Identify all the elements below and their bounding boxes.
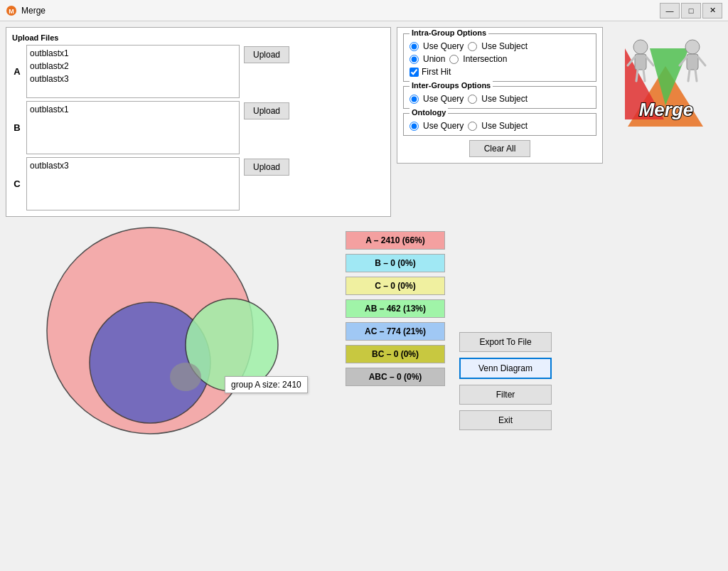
inter-use-query-radio[interactable] — [410, 95, 419, 104]
tooltip-text: group A size: 2410 — [231, 380, 301, 390]
exit-button[interactable]: Exit — [459, 410, 552, 430]
svg-rect-12 — [687, 54, 698, 70]
intra-use-query-label[interactable]: Use Query — [423, 41, 464, 51]
intra-group-section: Intra-Group Options Use Query Use Subjec… — [403, 33, 596, 82]
svg-line-8 — [646, 57, 653, 65]
ontology-use-subject-label[interactable]: Use Subject — [481, 121, 528, 131]
first-hit-label[interactable]: First Hit — [422, 67, 451, 77]
clear-all-button[interactable]: Clear All — [469, 140, 531, 157]
legend-label-bc: BC – 0 (0%) — [372, 349, 419, 359]
group-a-upload-button[interactable]: Upload — [244, 46, 289, 63]
venn-right-buttons: Export To File Venn Diagram Filter Exit — [459, 332, 552, 430]
venn-svg — [11, 224, 338, 437]
legend-item-ac[interactable]: AC – 774 (21%) — [346, 322, 445, 341]
list-item: outblastx3 — [30, 159, 236, 172]
svg-text:M: M — [9, 8, 14, 15]
legend-item-ab[interactable]: AB – 462 (13%) — [346, 299, 445, 318]
intra-group-title: Intra-Group Options — [410, 28, 488, 37]
group-b-upload-button[interactable]: Upload — [244, 102, 289, 119]
group-c-upload-button[interactable]: Upload — [244, 159, 289, 176]
ontology-use-query-label[interactable]: Use Query — [423, 121, 464, 131]
svg-line-15 — [688, 70, 690, 81]
window-title: Merge — [21, 6, 46, 16]
list-item: outblastx3 — [30, 73, 236, 85]
minimize-button[interactable]: — — [660, 3, 680, 18]
group-a-file-list[interactable]: outblastx1 outblastx2 outblastx3 — [26, 45, 240, 98]
ontology-radio-row: Use Query Use Subject — [410, 121, 590, 131]
ontology-use-query-radio[interactable] — [410, 122, 419, 131]
svg-line-10 — [643, 70, 645, 81]
options-panel: Intra-Group Options Use Query Use Subjec… — [397, 27, 603, 164]
svg-line-9 — [636, 70, 638, 81]
group-b-file-list[interactable]: outblastx1 — [26, 101, 240, 154]
intra-union-row: Union Intersection — [410, 54, 590, 64]
upload-groups: A outblastx1 outblastx2 outblastx3 Uploa… — [12, 45, 385, 210]
svg-line-14 — [698, 57, 705, 65]
legend-item-c[interactable]: C – 0 (0%) — [346, 277, 445, 295]
legend-label-c: C – 0 (0%) — [375, 281, 415, 291]
legend-label-b: B – 0 (0%) — [375, 258, 415, 268]
list-item: outblastx2 — [30, 60, 236, 73]
legend-item-bc[interactable]: BC – 0 (0%) — [346, 345, 445, 363]
group-c-file-list[interactable]: outblastx3 — [26, 157, 240, 210]
legend-label-ab: AB – 462 (13%) — [365, 304, 426, 314]
list-item: outblastx1 — [30, 47, 236, 60]
ontology-section: Ontology Use Query Use Subject — [403, 113, 596, 136]
inter-use-subject-label[interactable]: Use Subject — [481, 94, 528, 104]
upload-label: Upload Files — [12, 33, 385, 42]
intra-use-query-radio[interactable] — [410, 42, 419, 51]
upload-section: Upload Files A outblastx1 outblastx2 out… — [6, 27, 391, 217]
ontology-title: Ontology — [410, 108, 448, 117]
legend-label-ac: AC – 774 (21%) — [365, 326, 426, 336]
intra-use-subject-radio[interactable] — [468, 42, 477, 51]
inter-radio-row: Use Query Use Subject — [410, 94, 590, 104]
close-button[interactable]: ✕ — [702, 3, 722, 18]
inter-use-query-label[interactable]: Use Query — [423, 94, 464, 104]
list-item: outblastx1 — [30, 103, 236, 116]
intra-union-radio[interactable] — [410, 55, 419, 64]
intra-first-hit-row: First Hit — [410, 67, 590, 77]
intra-union-label[interactable]: Union — [423, 54, 445, 64]
legend-item-a[interactable]: A – 2410 (66%) — [346, 231, 445, 250]
filter-button[interactable]: Filter — [459, 385, 552, 405]
group-c-row: C outblastx3 Upload — [12, 157, 385, 210]
legend-item-abc[interactable]: ABC – 0 (0%) — [346, 368, 445, 386]
merge-logo-svg: Merge — [611, 27, 721, 137]
title-bar-left: M Merge — [6, 5, 46, 16]
ontology-use-subject-radio[interactable] — [468, 122, 477, 131]
venn-container: group A size: 2410 — [11, 224, 338, 437]
title-bar: M Merge — □ ✕ — [0, 0, 728, 21]
svg-point-5 — [633, 40, 648, 54]
first-hit-checkbox[interactable] — [410, 68, 419, 77]
venn-diagram-button[interactable]: Venn Diagram — [459, 358, 552, 379]
legend-label-abc: ABC – 0 (0%) — [369, 372, 422, 382]
group-c-label: C — [12, 157, 22, 210]
venn-tooltip: group A size: 2410 — [225, 376, 308, 393]
legend-item-b[interactable]: B – 0 (0%) — [346, 254, 445, 272]
venn-legend: A – 2410 (66%) B – 0 (0%) C – 0 (0%) AB … — [346, 231, 445, 386]
inter-group-title: Inter-Groups Options — [410, 81, 493, 90]
svg-point-11 — [685, 40, 700, 54]
inter-use-subject-radio[interactable] — [468, 95, 477, 104]
group-b-label: B — [12, 101, 22, 154]
svg-rect-6 — [635, 54, 646, 70]
main-content: Upload Files A outblastx1 outblastx2 out… — [0, 21, 728, 446]
top-row: Upload Files A outblastx1 outblastx2 out… — [6, 27, 722, 217]
legend-label-a: A – 2410 (66%) — [365, 235, 425, 245]
maximize-button[interactable]: □ — [681, 3, 701, 18]
venn-section: group A size: 2410 A – 2410 (66%) B – 0 … — [6, 221, 722, 440]
svg-line-16 — [695, 70, 697, 81]
group-a-label: A — [12, 45, 22, 98]
app-icon: M — [6, 5, 17, 16]
group-a-row: A outblastx1 outblastx2 outblastx3 Uploa… — [12, 45, 385, 98]
intra-use-subject-label[interactable]: Use Subject — [481, 41, 528, 51]
export-to-file-button[interactable]: Export To File — [459, 332, 552, 352]
group-b-row: B outblastx1 Upload — [12, 101, 385, 154]
intra-intersection-radio[interactable] — [449, 55, 459, 64]
window-controls: — □ ✕ — [660, 3, 722, 18]
intra-use-query-row: Use Query Use Subject — [410, 41, 590, 51]
svg-point-21 — [170, 363, 201, 391]
merge-logo: Merge — [609, 27, 722, 137]
inter-group-section: Inter-Groups Options Use Query Use Subje… — [403, 86, 596, 109]
intra-intersection-label[interactable]: Intersection — [463, 54, 507, 64]
